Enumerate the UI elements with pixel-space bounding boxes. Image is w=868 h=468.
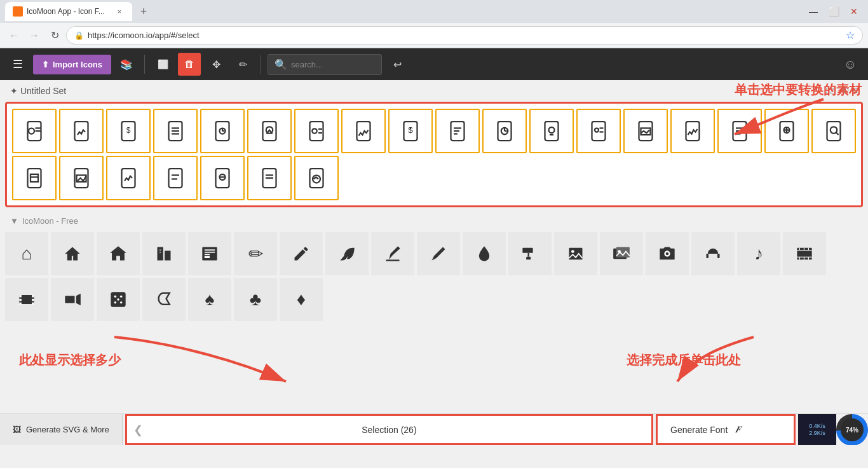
arrow-to-generate-font: [614, 331, 868, 407]
icon-cell[interactable]: [12, 109, 57, 153]
svg-rect-72: [165, 251, 170, 260]
maximize-button[interactable]: ⬜: [825, 3, 843, 20]
icon-cell[interactable]: [811, 109, 856, 153]
dice-icon-cell[interactable]: [97, 278, 140, 321]
icon-cell[interactable]: [764, 109, 809, 153]
office-icon-cell[interactable]: [142, 232, 186, 275]
delete-icon: 🗑: [184, 59, 194, 70]
diamonds-icon-cell[interactable]: ♦: [280, 278, 323, 321]
icon-cell[interactable]: [435, 109, 480, 153]
search-input[interactable]: [291, 60, 367, 69]
search-box[interactable]: 🔍: [268, 54, 382, 75]
spades-icon-cell[interactable]: ♠: [188, 278, 231, 321]
icon-cell[interactable]: $: [388, 109, 433, 153]
icon-cell[interactable]: [341, 109, 386, 153]
icon-cell[interactable]: [623, 109, 668, 153]
expand-icon[interactable]: ≡: [852, 85, 858, 97]
fountain-pen-icon-cell[interactable]: [417, 232, 460, 275]
video-camera-icon-cell[interactable]: [51, 278, 94, 321]
bottom-bar: 🖼 Generate SVG & More ❮ Selection (26) G…: [0, 413, 868, 445]
pencil2-icon-cell[interactable]: [280, 232, 323, 275]
svg-line-53: [836, 132, 839, 135]
back-button[interactable]: ←: [5, 27, 23, 45]
set-title-text: ✦ Untitled Set: [10, 86, 66, 96]
icon-cell[interactable]: [294, 109, 339, 153]
icon-cell[interactable]: [247, 156, 292, 200]
eye-icon[interactable]: 👁: [839, 85, 850, 97]
pencil-icon-cell[interactable]: ✏: [234, 232, 277, 275]
annotation-bottom-right: 选择完成后单击此处: [627, 352, 741, 369]
undo-icon: ↩: [393, 59, 402, 71]
icon-cell[interactable]: [12, 156, 57, 200]
new-tab-button[interactable]: +: [135, 3, 153, 20]
clubs-icon-cell[interactable]: ♣: [234, 278, 277, 321]
svg-rect-71: [158, 247, 163, 261]
pen-icon-cell[interactable]: [371, 232, 414, 275]
film-icon-cell[interactable]: [783, 232, 826, 275]
quill-icon-cell[interactable]: [325, 232, 369, 275]
icon-cell[interactable]: [670, 109, 715, 153]
drop-icon-cell[interactable]: [463, 232, 506, 275]
icon-cell[interactable]: [106, 156, 151, 200]
annotation-bottom-left: 此处显示选择多少: [19, 352, 121, 369]
icon-cell[interactable]: [59, 156, 104, 200]
move-button[interactable]: ✥: [205, 53, 227, 76]
svg-point-114: [114, 301, 117, 304]
icon-cell[interactable]: [200, 109, 245, 153]
newspaper-icon-cell[interactable]: [188, 232, 231, 275]
icon-cell[interactable]: [717, 109, 762, 153]
icon-grid: $ $: [12, 109, 856, 200]
url-bar[interactable]: 🔒 https://icomoon.io/app/#/select ☆: [66, 26, 863, 45]
home-icon-cell[interactable]: ⌂: [5, 232, 48, 275]
main-content: ✦ Untitled Set 32 👁 ≡ $ $: [0, 80, 868, 445]
home2-icon-cell[interactable]: [51, 232, 94, 275]
select-all-button[interactable]: ⬜: [151, 53, 174, 76]
image-icon-cell[interactable]: [554, 232, 597, 275]
svg-point-85: [571, 250, 574, 253]
lock-icon: 🔒: [74, 31, 84, 40]
icon-cell[interactable]: [153, 109, 198, 153]
generate-font-button[interactable]: Generate Font 𝑭: [656, 414, 796, 445]
refresh-button[interactable]: ↻: [46, 27, 64, 45]
headphones-icon-cell[interactable]: [691, 232, 735, 275]
bookmark-icon[interactable]: ☆: [846, 29, 855, 41]
minimize-button[interactable]: —: [804, 3, 822, 20]
library-icon: 📚: [120, 59, 133, 71]
svg-rect-97: [804, 248, 804, 251]
chevron-icon: ▼: [10, 216, 18, 226]
paint-roller-icon-cell[interactable]: [508, 232, 552, 275]
chevron-left-icon: ❮: [133, 423, 143, 437]
import-icons-button[interactable]: ⬆ Import Icons: [33, 55, 111, 74]
selection-button[interactable]: ❮ Selection (26): [125, 414, 653, 445]
home3-icon-cell[interactable]: [97, 232, 140, 275]
tab-close-button[interactable]: ×: [114, 6, 125, 17]
music-icon-cell[interactable]: ♪: [737, 232, 780, 275]
icon-cell[interactable]: [200, 156, 245, 200]
edit-button[interactable]: ✏: [231, 53, 254, 76]
pacman-icon-cell[interactable]: ᗧ: [142, 278, 186, 321]
icon-cell[interactable]: [153, 156, 198, 200]
library-button[interactable]: 📚: [115, 53, 138, 76]
icon-cell[interactable]: [294, 156, 339, 200]
icon-cell[interactable]: [247, 109, 292, 153]
toolbar-separator2: [261, 55, 261, 74]
images-icon-cell[interactable]: [600, 232, 643, 275]
icon-cell[interactable]: [529, 109, 574, 153]
forward-button[interactable]: →: [25, 27, 43, 45]
icon-cell[interactable]: [59, 109, 104, 153]
window-controls: — ⬜ ✕: [804, 3, 863, 20]
svg-rect-79: [205, 256, 210, 259]
svg-rect-101: [808, 258, 809, 260]
menu-button[interactable]: ☰: [6, 53, 29, 76]
generate-svg-button[interactable]: 🖼 Generate SVG & More: [0, 414, 123, 445]
camera-icon-cell[interactable]: [646, 232, 689, 275]
film-strip-icon-cell[interactable]: [5, 278, 48, 321]
icon-cell[interactable]: [482, 109, 527, 153]
smiley-button[interactable]: ☺: [839, 53, 862, 76]
undo-button[interactable]: ↩: [386, 53, 409, 76]
icon-cell[interactable]: [576, 109, 621, 153]
icon-cell[interactable]: $: [106, 109, 151, 153]
delete-button[interactable]: 🗑: [178, 53, 201, 76]
close-button[interactable]: ✕: [845, 3, 863, 20]
active-tab[interactable]: IcoMoon App - Icon F... ×: [5, 2, 132, 21]
